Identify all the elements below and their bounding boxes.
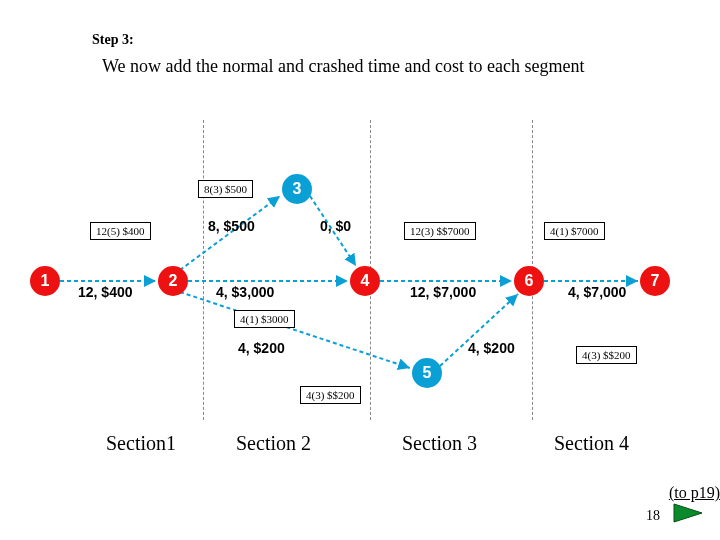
edge-label-2-3: 8, $500: [208, 218, 255, 234]
annotation-box-5: 4(1) $3000: [234, 310, 295, 328]
edge-label-2-4: 4, $3,000: [216, 284, 274, 300]
node-5: 5: [412, 358, 442, 388]
node-3: 3: [282, 174, 312, 204]
edge-label-6-7: 4, $7,000: [568, 284, 626, 300]
node-1: 1: [30, 266, 60, 296]
node-6: 6: [514, 266, 544, 296]
next-page-icon[interactable]: [672, 500, 706, 526]
edge-label-2-5: 4, $200: [238, 340, 285, 356]
section-label-1: Section1: [106, 432, 176, 455]
annotation-box-3: 12(3) $$7000: [404, 222, 476, 240]
step-description: We now add the normal and crashed time a…: [102, 56, 584, 77]
node-4: 4: [350, 266, 380, 296]
edge-label-3-4: 0, $0: [320, 218, 351, 234]
annotation-box-7: 4(3) $$200: [300, 386, 361, 404]
edge-label-4-6: 12, $7,000: [410, 284, 476, 300]
annotation-box-2: 12(5) $400: [90, 222, 151, 240]
annotation-box-1: 8(3) $500: [198, 180, 253, 198]
section-label-4: Section 4: [554, 432, 629, 455]
page-number: 18: [646, 508, 660, 524]
edge-label-5-6: 4, $200: [468, 340, 515, 356]
section-label-3: Section 3: [402, 432, 477, 455]
node-2: 2: [158, 266, 188, 296]
edge-label-1-2: 12, $400: [78, 284, 133, 300]
step-label: Step 3:: [92, 32, 134, 48]
annotation-box-4: 4(1) $7000: [544, 222, 605, 240]
section-label-2: Section 2: [236, 432, 311, 455]
node-7: 7: [640, 266, 670, 296]
svg-line-4: [180, 292, 410, 368]
annotation-box-6: 4(3) $$200: [576, 346, 637, 364]
